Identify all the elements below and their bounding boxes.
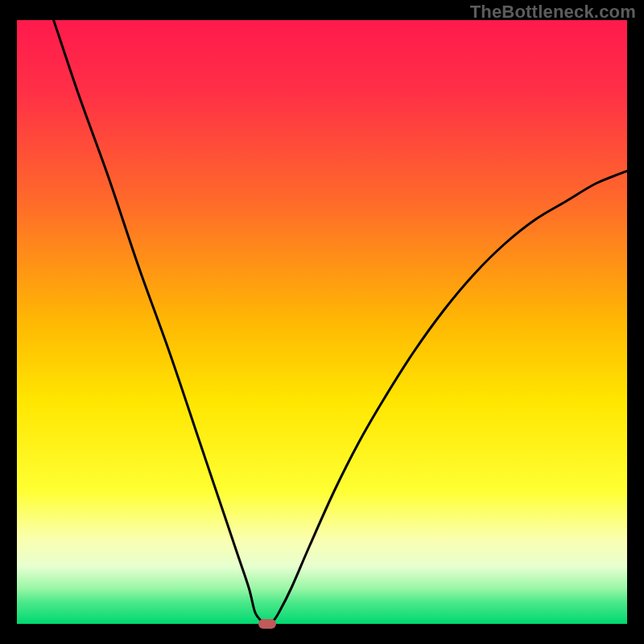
gradient-background [17, 20, 627, 624]
watermark-text: TheBottleneck.com [470, 2, 636, 23]
optimum-marker [258, 619, 276, 629]
plot-area [17, 20, 627, 624]
plot-svg [17, 20, 627, 624]
chart-frame: TheBottleneck.com [0, 0, 644, 644]
